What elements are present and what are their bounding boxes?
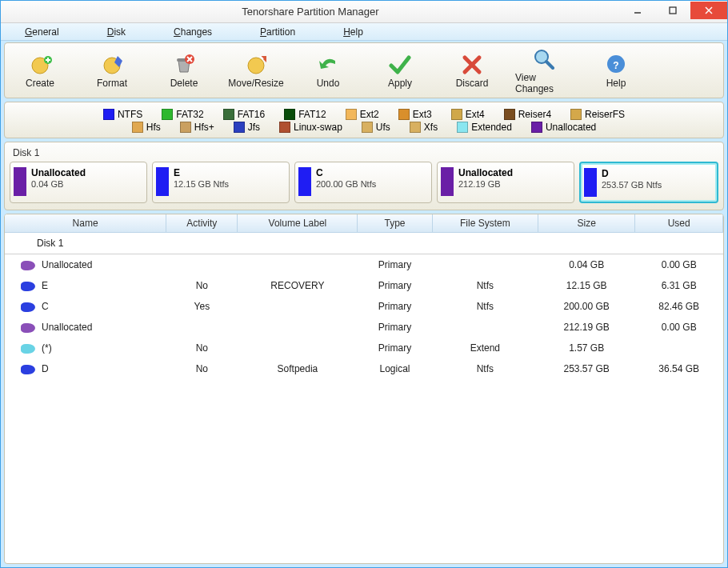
partition-icon (21, 261, 35, 270)
svg-point-13 (248, 58, 264, 74)
fs-swatch-icon (103, 109, 114, 120)
create-button[interactable]: Create (11, 52, 69, 89)
window-title: Tenorshare Partition Manager (1, 6, 620, 18)
table-row[interactable]: DNoSoftpediaLogicalNtfs253.57 GB36.54 GB (5, 358, 723, 379)
disk-label: Disk 1 (13, 147, 715, 158)
minimize-button[interactable] (620, 2, 655, 18)
partition-color-icon (14, 167, 26, 196)
disk-block-1[interactable]: E12.15 GB Ntfs (152, 162, 290, 203)
view-changes-icon (530, 46, 558, 70)
menu-general[interactable]: General (25, 26, 59, 38)
fs-swatch-icon (451, 109, 462, 120)
fs-swatch-icon (504, 109, 515, 120)
menu-partition[interactable]: Partition (260, 26, 295, 38)
partition-icon (21, 282, 35, 291)
col-type[interactable]: Type (358, 214, 432, 233)
format-icon (98, 52, 126, 76)
fs-swatch-icon (398, 109, 410, 120)
fs-swatch-icon (284, 109, 295, 120)
table-row[interactable]: UnallocatedPrimary0.04 GB0.00 GB (5, 254, 723, 276)
fs-swatch-icon (180, 122, 191, 133)
fs-legend-hfs+: Hfs+ (180, 122, 214, 133)
table-row[interactable]: UnallocatedPrimary212.19 GB0.00 GB (5, 317, 723, 338)
fs-swatch-icon (279, 122, 290, 133)
partition-color-icon (584, 168, 597, 197)
fs-legend-hfs: Hfs (132, 122, 161, 133)
fs-legend-unallocated: Unallocated (531, 122, 596, 133)
fs-legend-reiser4: Reiser4 (504, 109, 551, 120)
disk-block-3[interactable]: Unallocated212.19 GB (437, 162, 574, 203)
fs-legend-ext4: Ext4 (451, 109, 485, 120)
help-icon: ? (602, 52, 630, 76)
menu-disk[interactable]: Disk (107, 26, 126, 38)
partition-color-icon (298, 167, 311, 196)
create-icon (26, 52, 54, 76)
view-changes-button[interactable]: View Changes (515, 46, 573, 94)
fs-swatch-icon (346, 109, 357, 120)
disk-block-4[interactable]: D253.57 GB Ntfs (579, 162, 718, 203)
fs-legend-xfs: Xfs (410, 122, 438, 133)
svg-line-17 (546, 62, 553, 68)
fs-swatch-icon (234, 122, 245, 133)
table-header-row: NameActivityVolume LabelTypeFile SystemS… (5, 214, 723, 233)
toolbar: Create Format Delete Move/Resize Undo Ap… (4, 42, 724, 98)
close-button[interactable] (690, 2, 727, 19)
col-activity[interactable]: Activity (166, 214, 238, 233)
partition-icon (21, 302, 35, 312)
fs-legend-reiserfs: ReiserFS (570, 109, 625, 120)
fs-swatch-icon (162, 109, 173, 120)
fs-legend-ext2: Ext2 (346, 109, 379, 120)
fs-swatch-icon (457, 122, 468, 133)
partition-icon (21, 344, 35, 354)
col-file-system[interactable]: File System (432, 214, 538, 233)
undo-button[interactable]: Undo (299, 52, 357, 89)
disk-panel: Disk 1 Unallocated0.04 GBE12.15 GB NtfsC… (4, 142, 724, 210)
fs-swatch-icon (531, 122, 542, 133)
partition-icon (21, 323, 35, 333)
undo-icon (314, 52, 342, 76)
fs-legend-fat16: FAT16 (223, 109, 265, 120)
content-frame: Create Format Delete Move/Resize Undo Ap… (1, 41, 727, 567)
delete-button[interactable]: Delete (155, 52, 213, 89)
table-row[interactable]: (*)NoPrimaryExtend1.57 GB (5, 338, 723, 358)
col-volume-label[interactable]: Volume Label (238, 214, 358, 233)
filesystem-legend: NTFSFAT32FAT16FAT12Ext2Ext3Ext4Reiser4Re… (4, 102, 724, 138)
col-name[interactable]: Name (5, 214, 166, 233)
format-button[interactable]: Format (83, 52, 141, 89)
table-row[interactable]: ENoRECOVERYPrimaryNtfs12.15 GB6.31 GB (5, 275, 723, 296)
titlebar[interactable]: Tenorshare Partition Manager (1, 1, 727, 23)
fs-legend-ntfs: NTFS (103, 109, 142, 120)
apply-icon (386, 52, 414, 76)
table-row[interactable]: CYesPrimaryNtfs200.00 GB82.46 GB (5, 296, 723, 317)
svg-rect-1 (670, 7, 676, 14)
fs-legend-fat32: FAT32 (162, 109, 203, 120)
move-resize-button[interactable]: Move/Resize (227, 52, 285, 89)
fs-swatch-icon (362, 122, 373, 133)
col-size[interactable]: Size (538, 214, 635, 233)
partition-color-icon (156, 167, 169, 196)
fs-legend-fat12: FAT12 (284, 109, 326, 120)
help-button[interactable]: ? Help (587, 52, 645, 89)
fs-swatch-icon (132, 122, 143, 133)
col-used[interactable]: Used (635, 214, 723, 233)
main-window: Tenorshare Partition Manager General Dis… (0, 0, 728, 568)
maximize-button[interactable] (655, 2, 690, 18)
fs-swatch-icon (223, 109, 234, 120)
menubar: General Disk Changes Partition Help (1, 23, 727, 41)
partition-icon (21, 365, 35, 374)
fs-legend-ext3: Ext3 (398, 109, 432, 120)
discard-icon (458, 52, 486, 76)
menu-help[interactable]: Help (343, 26, 363, 38)
menu-changes[interactable]: Changes (174, 26, 212, 38)
disk-block-2[interactable]: C200.00 GB Ntfs (294, 162, 432, 203)
table-disk-row[interactable]: Disk 1 (5, 233, 723, 254)
fs-legend-ufs: Ufs (362, 122, 390, 133)
apply-button[interactable]: Apply (371, 52, 429, 89)
fs-swatch-icon (570, 109, 582, 120)
disk-block-0[interactable]: Unallocated0.04 GB (10, 162, 147, 203)
fs-swatch-icon (410, 122, 421, 133)
partition-table: NameActivityVolume LabelTypeFile SystemS… (4, 214, 724, 564)
move-resize-icon (242, 52, 270, 76)
discard-button[interactable]: Discard (443, 52, 501, 89)
svg-text:?: ? (613, 60, 618, 71)
